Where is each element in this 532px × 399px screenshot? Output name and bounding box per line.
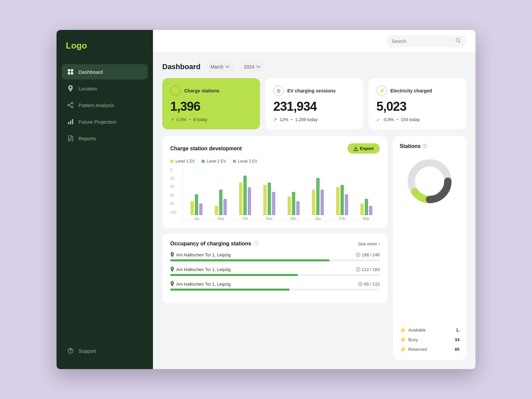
occupancy-item-0: Am Hallischen Tor 1, Leipzig 188 / 246 bbox=[170, 252, 380, 261]
bar bbox=[215, 206, 218, 215]
sidebar-item-reports-label: Reports bbox=[78, 136, 96, 141]
donut-chart bbox=[400, 158, 460, 204]
chart-section: Charge station development Export bbox=[162, 136, 388, 360]
sidebar: Logo Dashboard bbox=[57, 30, 153, 369]
occ-count: 112 / 183 bbox=[356, 267, 380, 272]
chevron-down-icon bbox=[225, 66, 229, 68]
occ-location: Am Hallischen Tor 1, Leipzig bbox=[170, 281, 231, 287]
month-filter[interactable]: March bbox=[206, 62, 234, 71]
sidebar-item-future-projection-label: Future Projection bbox=[78, 119, 116, 125]
location-pin-icon bbox=[170, 281, 174, 287]
bolt-reserved: ⚡ bbox=[400, 346, 406, 352]
month-label: Feb bbox=[339, 216, 345, 220]
bar bbox=[296, 201, 300, 215]
sidebar-item-dashboard[interactable]: Dashboard bbox=[62, 64, 148, 79]
month-label: Sep bbox=[218, 216, 224, 220]
bar bbox=[292, 192, 295, 215]
legend-dot-level1 bbox=[170, 160, 174, 163]
sidebar-item-pattern-analysis[interactable]: Pattern Analysis bbox=[62, 97, 148, 113]
export-icon bbox=[353, 146, 358, 151]
legend-item-level3: Level 3 EV bbox=[233, 159, 257, 164]
bar bbox=[263, 185, 267, 215]
share-icon bbox=[67, 102, 74, 108]
occ-item-header: Am Hallischen Tor 1, Leipzig 65 / 115 bbox=[170, 281, 380, 287]
occupancy-card: Occupancy of charging stations ⓘ See mor… bbox=[162, 233, 388, 303]
month-label: Nov bbox=[266, 216, 273, 220]
stat-card-electricity: ⚡ Electricity charged 5,023 ↙ -0,8% • 15… bbox=[368, 78, 466, 129]
month-group-oct: Oct bbox=[234, 169, 256, 220]
chart-area: 100 80 60 40 20 0 JulSepOctNovDecJanFebM… bbox=[170, 168, 380, 221]
y-axis: 100 80 60 40 20 0 bbox=[170, 168, 176, 214]
occ-bar-fill bbox=[170, 289, 290, 291]
occ-bar-bg bbox=[170, 289, 380, 291]
occ-item-header: Am Hallischen Tor 1, Leipzig 112 / 183 bbox=[170, 267, 380, 272]
bars-container: JulSepOctNovDecJanFebMar bbox=[183, 168, 380, 221]
app-window: Logo Dashboard bbox=[57, 30, 475, 369]
svg-point-5 bbox=[68, 104, 69, 106]
bar bbox=[195, 194, 198, 215]
bars-oct bbox=[239, 169, 251, 215]
bar bbox=[199, 203, 202, 215]
location-pin-icon bbox=[170, 252, 174, 257]
stat-label-electricity: Electricity charged bbox=[390, 88, 432, 93]
month-group-jul: Jul bbox=[186, 169, 207, 220]
bar bbox=[243, 176, 247, 215]
month-label: Jul bbox=[194, 216, 199, 220]
export-button[interactable]: Export bbox=[347, 143, 380, 154]
year-filter[interactable]: 2024 bbox=[239, 62, 265, 71]
occ-item-header: Am Hallischen Tor 1, Leipzig 188 / 246 bbox=[170, 252, 380, 257]
month-label: Dec bbox=[290, 216, 297, 220]
location-pin-icon bbox=[170, 267, 174, 272]
occ-location: Am Hallischen Tor 1, Leipzig bbox=[170, 252, 231, 257]
month-group-mar: Mar bbox=[355, 169, 377, 220]
occ-bar-bg bbox=[170, 274, 380, 276]
month-group-feb: Feb bbox=[331, 169, 353, 220]
info-icon-stations: ⓘ bbox=[423, 143, 427, 149]
svg-line-18 bbox=[459, 42, 461, 43]
bar bbox=[288, 197, 291, 215]
bars-sep bbox=[215, 169, 227, 215]
see-more-label: See more bbox=[358, 241, 377, 246]
sidebar-item-future-projection[interactable]: Future Projection bbox=[62, 114, 148, 129]
today-count-2: 1,289 today bbox=[295, 117, 318, 122]
bar bbox=[340, 185, 344, 215]
month-label: Mar bbox=[363, 216, 369, 220]
legend-item-level1: Level 1 EV bbox=[170, 159, 195, 164]
occupancy-title-row: Occupancy of charging stations ⓘ bbox=[170, 241, 259, 247]
legend-label-level2: Level 2 EV bbox=[207, 159, 226, 164]
month-group-sep: Sep bbox=[210, 169, 232, 220]
bar bbox=[219, 190, 222, 215]
occ-bar-fill bbox=[170, 259, 330, 261]
legend-available: ⚡ Available 1, bbox=[400, 327, 460, 333]
see-more-link[interactable]: See more › bbox=[358, 241, 380, 246]
topbar bbox=[153, 30, 475, 53]
chart-legend: Level 1 EV Level 2 EV Level 3 EV bbox=[170, 159, 380, 164]
bar bbox=[312, 190, 315, 215]
stat-label-charge-stations: Charge stations bbox=[184, 88, 219, 93]
month-label: Jan bbox=[315, 216, 321, 220]
search-box[interactable] bbox=[386, 35, 466, 47]
trend-up-icon: ↗ bbox=[170, 117, 174, 122]
bolt-available: ⚡ bbox=[400, 327, 406, 333]
bar bbox=[321, 190, 324, 215]
occupancy-item-2: Am Hallischen Tor 1, Leipzig 65 / 115 bbox=[170, 281, 380, 291]
stat-value-charge-stations: 1,396 bbox=[170, 99, 252, 114]
charge-count-icon bbox=[356, 267, 360, 272]
chart-card-header: Charge station development Export bbox=[170, 143, 380, 154]
grid-icon bbox=[67, 68, 74, 75]
bar bbox=[239, 183, 242, 215]
sidebar-item-reports[interactable]: Reports bbox=[62, 131, 148, 146]
sidebar-item-support[interactable]: Support bbox=[62, 343, 148, 358]
sidebar-item-location[interactable]: Location bbox=[62, 81, 148, 96]
occupancy-item-1: Am Hallischen Tor 1, Leipzig 112 / 183 bbox=[170, 267, 380, 276]
bottom-row: Charge station development Export bbox=[162, 136, 466, 360]
stations-title: Stations ⓘ bbox=[400, 143, 460, 149]
search-input[interactable] bbox=[392, 39, 453, 44]
stat-footer-charge-stations: ↗ 0,5% • 8 today bbox=[170, 117, 252, 122]
chart-card: Charge station development Export bbox=[162, 136, 388, 228]
svg-rect-0 bbox=[68, 69, 70, 71]
bar bbox=[248, 187, 251, 215]
bar bbox=[365, 199, 368, 215]
sidebar-nav: Dashboard Location bbox=[62, 64, 148, 336]
svg-point-4 bbox=[71, 102, 73, 104]
